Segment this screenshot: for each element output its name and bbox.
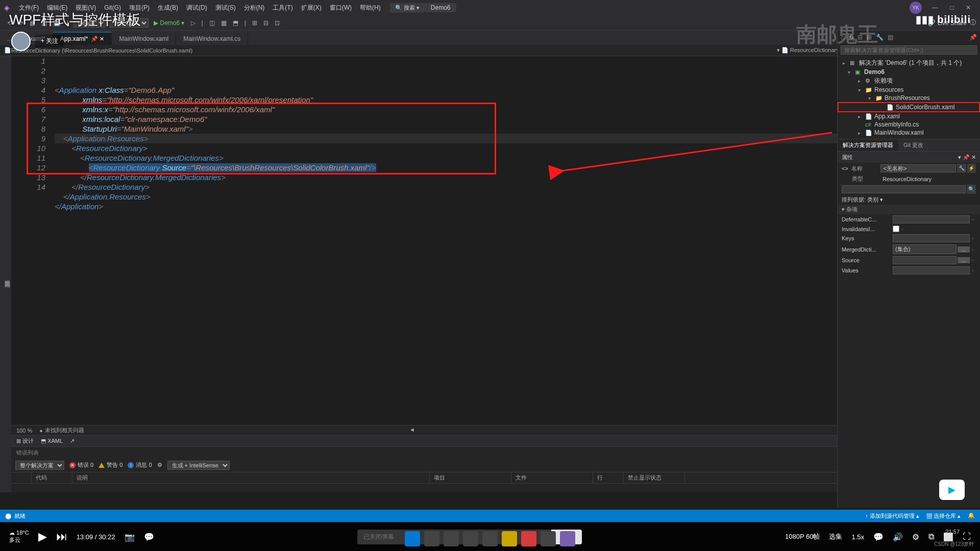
toolbar-icon[interactable]: ⊞ bbox=[249, 19, 260, 27]
menu-item[interactable]: 帮助(H) bbox=[356, 4, 385, 11]
solution-tree[interactable]: ▸⊞解决方案 'Demo6' (1 个项目，共 1 个) ▾▣Demo6 ▸⚙依… bbox=[838, 56, 980, 139]
danmu-toggle-icon[interactable]: 💬 bbox=[144, 532, 154, 542]
scroll-left-icon[interactable]: ◄ bbox=[409, 427, 415, 434]
pip-icon[interactable]: ⧉ bbox=[928, 532, 934, 541]
deps-node[interactable]: 依赖项 bbox=[874, 77, 893, 85]
nav-back-icon[interactable]: ⟲ bbox=[4, 19, 15, 27]
scope-dropdown[interactable]: 整个解决方案 bbox=[15, 461, 64, 470]
popout-icon[interactable]: ↗ bbox=[70, 438, 75, 444]
solution-pill[interactable]: Demo6 bbox=[425, 3, 457, 12]
code-editor[interactable]: 1234567891011121314 <Application x:Class… bbox=[11, 56, 980, 492]
error-col-header[interactable]: 文件 bbox=[511, 472, 593, 483]
notif-icon[interactable]: 🔔 bbox=[968, 512, 975, 520]
speed-button[interactable]: 1.5x bbox=[851, 533, 864, 541]
minimize-button[interactable]: — bbox=[927, 4, 943, 11]
menu-item[interactable]: Git(G) bbox=[100, 4, 125, 11]
toolbar-icon[interactable]: ⊡ bbox=[272, 19, 283, 27]
toolbar-icon[interactable]: ◫ bbox=[206, 19, 218, 27]
zoom-level[interactable]: 100 % bbox=[16, 428, 32, 434]
build-filter[interactable]: ⚙ bbox=[157, 462, 162, 468]
editor-tab[interactable]: MainWindow.xaml.cs bbox=[176, 33, 248, 45]
error-col-header[interactable]: 禁止显示状态 bbox=[624, 472, 685, 483]
name-input[interactable] bbox=[880, 164, 956, 172]
explorer-tab[interactable]: 解决方案资源管理器 bbox=[838, 139, 898, 151]
issues-text[interactable]: 未找到相关问题 bbox=[45, 427, 84, 434]
play-button[interactable]: ▶ bbox=[38, 530, 47, 543]
view-icon[interactable]: ▤ bbox=[888, 34, 893, 41]
left-tool-strip[interactable]: 数据源 工具箱 bbox=[0, 56, 11, 492]
resources-node[interactable]: Resources bbox=[874, 86, 903, 93]
run-noattach-icon[interactable]: ▷ bbox=[188, 19, 199, 27]
property-row[interactable]: Values▫ bbox=[838, 265, 980, 276]
menu-item[interactable]: 分析(N) bbox=[240, 4, 269, 11]
config-dropdown[interactable]: Debug bbox=[74, 18, 106, 28]
toolbar-icon[interactable]: ⊟ bbox=[260, 19, 272, 27]
solution-node[interactable]: 解决方案 'Demo6' (1 个项目，共 1 个) bbox=[859, 59, 962, 67]
add-source-control[interactable]: ↑ 添加到源代码管理 ▴ bbox=[865, 512, 919, 520]
run-button[interactable]: ▶ Demo6 ▾ bbox=[151, 19, 187, 27]
nav-fwd-icon[interactable]: ⟳ bbox=[15, 19, 27, 27]
bolt-icon[interactable]: ⚡ bbox=[967, 164, 976, 173]
menu-item[interactable]: 调试(D) bbox=[182, 4, 211, 11]
camera-icon[interactable]: 📷 bbox=[125, 532, 135, 542]
collection-button[interactable]: 选集 bbox=[829, 532, 842, 541]
property-row[interactable]: InvalidatesI...▫ bbox=[838, 224, 980, 233]
menu-item[interactable]: 工具(T) bbox=[268, 4, 297, 11]
messages-filter[interactable]: i消息 0 bbox=[128, 461, 152, 469]
errors-filter[interactable]: ✕错误 0 bbox=[69, 461, 93, 469]
brush-folder-node[interactable]: BrushResources bbox=[885, 94, 930, 102]
new-file-icon[interactable]: ▦ bbox=[27, 19, 38, 27]
save-icon[interactable]: 💾 bbox=[50, 19, 64, 27]
build-dropdown[interactable]: 生成 + IntelliSense bbox=[167, 461, 230, 470]
git-tab[interactable]: Git 更改 bbox=[898, 139, 928, 151]
menu-item[interactable]: 文件(F) bbox=[15, 4, 43, 11]
property-row[interactable]: Keys▫ bbox=[838, 233, 980, 243]
toolbar-icon[interactable]: ⬒ bbox=[230, 19, 241, 27]
close-button[interactable]: ✕ bbox=[961, 4, 976, 11]
follow-button[interactable]: + 关注 bbox=[35, 35, 64, 47]
ellipsis-button[interactable]: ... bbox=[958, 257, 970, 263]
uploader-avatar[interactable] bbox=[11, 32, 31, 51]
error-col-header[interactable]: 项目 bbox=[430, 472, 511, 483]
asm-node[interactable]: AssemblyInfo.cs bbox=[874, 121, 919, 128]
menu-item[interactable]: 窗口(W) bbox=[326, 4, 356, 11]
menu-item[interactable]: 项目(P) bbox=[125, 4, 154, 11]
error-col-header[interactable] bbox=[11, 472, 32, 483]
subtitle-icon[interactable]: 💬 bbox=[873, 532, 884, 542]
props-search[interactable] bbox=[842, 185, 966, 193]
settings-icon[interactable]: ⚙ bbox=[912, 532, 919, 542]
appxaml-node[interactable]: App.xaml bbox=[874, 113, 900, 120]
menu-item[interactable]: 测试(S) bbox=[211, 4, 240, 11]
error-col-header[interactable]: 说明 bbox=[72, 472, 430, 483]
editor-tab[interactable]: MainWindow.xaml bbox=[112, 33, 176, 45]
property-row[interactable]: Source...▫ bbox=[838, 255, 980, 265]
maximize-button[interactable]: □ bbox=[945, 4, 959, 11]
menu-search[interactable]: 🔍 搜索 ▾ bbox=[390, 3, 425, 13]
design-tab[interactable]: 设计 bbox=[22, 438, 34, 444]
prop-group[interactable]: 杂项 bbox=[846, 206, 857, 212]
project-node[interactable]: Demo6 bbox=[864, 68, 885, 76]
user-avatar[interactable]: YK bbox=[910, 2, 922, 14]
menu-item[interactable]: 编辑(E) bbox=[43, 4, 71, 11]
menu-item[interactable]: 生成(B) bbox=[154, 4, 182, 11]
xaml-tab[interactable]: XAML bbox=[47, 438, 63, 444]
mainwin-node[interactable]: MainWindow.xaml bbox=[874, 129, 924, 136]
property-row[interactable]: DeferrableC...▫ bbox=[838, 214, 980, 224]
select-repo[interactable]: ▦ 选择仓库 ▴ bbox=[926, 512, 961, 520]
error-col-header[interactable]: 行 bbox=[593, 472, 624, 483]
menu-item[interactable]: 扩展(X) bbox=[297, 4, 326, 11]
close-tab-icon[interactable]: 📌 ✕ bbox=[91, 36, 104, 42]
sort-dropdown[interactable]: 排列依据: 类别 ▾ bbox=[842, 196, 883, 204]
error-col-header[interactable]: 代码 bbox=[32, 472, 72, 483]
windows-taskbar[interactable] bbox=[405, 527, 575, 551]
next-button[interactable]: ⏭ bbox=[56, 530, 67, 543]
warnings-filter[interactable]: 警告 0 bbox=[99, 461, 122, 469]
platform-dropdown[interactable]: Any CPU bbox=[110, 18, 149, 28]
menu-item[interactable]: 视图(V) bbox=[71, 4, 100, 11]
breadcrumb-left[interactable]: ResourceDictionary (\Resources\BrushReso… bbox=[11, 47, 192, 54]
pin-icon[interactable]: 📌 bbox=[969, 34, 977, 41]
property-row[interactable]: MergedDicti...(集合)...▫ bbox=[838, 243, 980, 255]
fullscreen-icon[interactable]: ⛶ bbox=[963, 532, 971, 541]
volume-icon[interactable]: 🔊 bbox=[893, 532, 903, 542]
solidcolor-file-node[interactable]: 📄SolidColorBrush.xaml bbox=[838, 102, 980, 112]
